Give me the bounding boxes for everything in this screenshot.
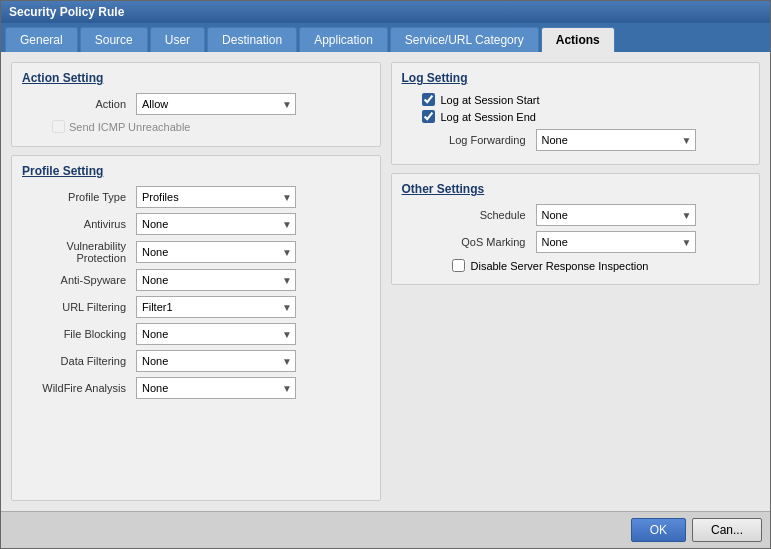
log-forwarding-label: Log Forwarding xyxy=(402,134,532,146)
dialog-title: Security Policy Rule xyxy=(9,5,124,19)
wildfire-label: WildFire Analysis xyxy=(22,382,132,394)
tab-bar: General Source User Destination Applicat… xyxy=(1,23,770,52)
bottom-bar: OK Can... xyxy=(1,511,770,548)
profile-type-select[interactable]: Profiles Group None xyxy=(136,186,296,208)
tab-user[interactable]: User xyxy=(150,27,205,52)
antispyware-select-wrap: None ▼ xyxy=(136,269,296,291)
log-setting-section: Log Setting Log at Session Start Log at … xyxy=(391,62,761,165)
ok-button[interactable]: OK xyxy=(631,518,686,542)
data-select-wrap: None ▼ xyxy=(136,350,296,372)
qos-row: QoS Marking None ▼ xyxy=(402,231,750,253)
schedule-row: Schedule None ▼ xyxy=(402,204,750,226)
cancel-button[interactable]: Can... xyxy=(692,518,762,542)
tab-service-url[interactable]: Service/URL Category xyxy=(390,27,539,52)
schedule-label: Schedule xyxy=(402,209,532,221)
two-column-layout: Action Setting Action Allow Deny Drop Re… xyxy=(11,62,760,501)
url-row: URL Filtering Filter1 None ▼ xyxy=(22,296,370,318)
tab-general[interactable]: General xyxy=(5,27,78,52)
action-select-wrap: Allow Deny Drop Reset Client Reset Serve… xyxy=(136,93,296,115)
log-session-end-row: Log at Session End xyxy=(402,110,750,123)
vuln-select-wrap: None ▼ xyxy=(136,241,296,263)
antivirus-label: Antivirus xyxy=(22,218,132,230)
tab-application[interactable]: Application xyxy=(299,27,388,52)
antispyware-select[interactable]: None xyxy=(136,269,296,291)
url-select-wrap: Filter1 None ▼ xyxy=(136,296,296,318)
log-session-start-label: Log at Session Start xyxy=(441,94,540,106)
main-content: Action Setting Action Allow Deny Drop Re… xyxy=(1,52,770,511)
action-setting-section: Action Setting Action Allow Deny Drop Re… xyxy=(11,62,381,147)
url-select[interactable]: Filter1 None xyxy=(136,296,296,318)
antispyware-label: Anti-Spyware xyxy=(22,274,132,286)
antispyware-row: Anti-Spyware None ▼ xyxy=(22,269,370,291)
log-forwarding-select[interactable]: None xyxy=(536,129,696,151)
log-forwarding-row: Log Forwarding None ▼ xyxy=(402,129,750,151)
wildfire-select[interactable]: None xyxy=(136,377,296,399)
other-settings-title: Other Settings xyxy=(402,182,750,196)
data-label: Data Filtering xyxy=(22,355,132,367)
profile-type-select-wrap: Profiles Group None ▼ xyxy=(136,186,296,208)
wildfire-row: WildFire Analysis None ▼ xyxy=(22,377,370,399)
wildfire-select-wrap: None ▼ xyxy=(136,377,296,399)
vuln-select[interactable]: None xyxy=(136,241,296,263)
left-column: Action Setting Action Allow Deny Drop Re… xyxy=(11,62,381,501)
disable-server-row: Disable Server Response Inspection xyxy=(402,259,750,272)
other-settings-section: Other Settings Schedule None ▼ QoS Marki… xyxy=(391,173,761,285)
data-row: Data Filtering None ▼ xyxy=(22,350,370,372)
file-row: File Blocking None ▼ xyxy=(22,323,370,345)
disable-server-checkbox[interactable] xyxy=(452,259,465,272)
qos-select[interactable]: None xyxy=(536,231,696,253)
qos-label: QoS Marking xyxy=(402,236,532,248)
dialog: Security Policy Rule General Source User… xyxy=(0,0,771,549)
file-label: File Blocking xyxy=(22,328,132,340)
send-icmp-label: Send ICMP Unreachable xyxy=(69,121,190,133)
qos-select-wrap: None ▼ xyxy=(536,231,696,253)
log-setting-title: Log Setting xyxy=(402,71,750,85)
log-session-start-row: Log at Session Start xyxy=(402,93,750,106)
log-session-end-label: Log at Session End xyxy=(441,111,536,123)
profile-type-row: Profile Type Profiles Group None ▼ xyxy=(22,186,370,208)
send-icmp-row: Send ICMP Unreachable xyxy=(22,120,370,133)
schedule-select[interactable]: None xyxy=(536,204,696,226)
action-setting-title: Action Setting xyxy=(22,71,370,85)
tab-destination[interactable]: Destination xyxy=(207,27,297,52)
antivirus-row: Antivirus None ▼ xyxy=(22,213,370,235)
action-field-row: Action Allow Deny Drop Reset Client Rese… xyxy=(22,93,370,115)
antivirus-select[interactable]: None xyxy=(136,213,296,235)
action-label: Action xyxy=(22,98,132,110)
action-select[interactable]: Allow Deny Drop Reset Client Reset Serve… xyxy=(136,93,296,115)
file-select[interactable]: None xyxy=(136,323,296,345)
disable-server-label: Disable Server Response Inspection xyxy=(471,260,649,272)
vuln-row: VulnerabilityProtection None ▼ xyxy=(22,240,370,264)
log-session-start-checkbox[interactable] xyxy=(422,93,435,106)
send-icmp-checkbox xyxy=(52,120,65,133)
tab-source[interactable]: Source xyxy=(80,27,148,52)
right-column: Log Setting Log at Session Start Log at … xyxy=(391,62,761,501)
antivirus-select-wrap: None ▼ xyxy=(136,213,296,235)
url-label: URL Filtering xyxy=(22,301,132,313)
profile-setting-section: Profile Setting Profile Type Profiles Gr… xyxy=(11,155,381,501)
file-select-wrap: None ▼ xyxy=(136,323,296,345)
log-session-end-checkbox[interactable] xyxy=(422,110,435,123)
tab-actions[interactable]: Actions xyxy=(541,27,615,52)
profile-setting-title: Profile Setting xyxy=(22,164,370,178)
schedule-select-wrap: None ▼ xyxy=(536,204,696,226)
vuln-label: VulnerabilityProtection xyxy=(22,240,132,264)
title-bar: Security Policy Rule xyxy=(1,1,770,23)
data-select[interactable]: None xyxy=(136,350,296,372)
log-forwarding-select-wrap: None ▼ xyxy=(536,129,696,151)
profile-type-label: Profile Type xyxy=(22,191,132,203)
